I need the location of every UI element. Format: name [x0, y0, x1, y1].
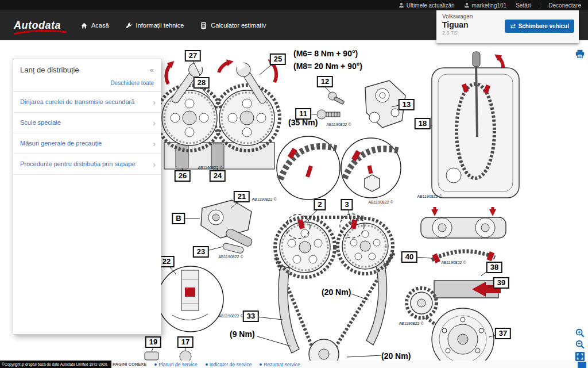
nav-item-home[interactable]: Acasă [80, 22, 109, 29]
user-icon [464, 2, 470, 8]
callout-11: 11 [295, 108, 311, 120]
nav-home-label: Acasă [91, 22, 109, 29]
callout-3: 3 [341, 199, 353, 210]
topbar: Ultimele actualizări marketing101 Setări… [0, 0, 588, 10]
diagram-watermark: AB1190822 © [417, 194, 442, 198]
callout-28: 28 [194, 77, 210, 89]
callout-37: 37 [495, 328, 511, 339]
main-nav: Acasă Informații tehnice Calculator esti… [80, 22, 266, 29]
logout-label: Deconectare [548, 2, 581, 9]
crank-pulley-illustration [432, 308, 494, 368]
swap-icon: ⇄ [510, 22, 515, 30]
autodata-logo[interactable]: Autodata [14, 20, 61, 32]
expand-button[interactable] [574, 351, 586, 362]
copyright-text: ©Copyright și dreptul bază de date Autod… [0, 361, 111, 368]
vehicle-panel: Volkswagen Tiguan 2.0 TSI ⇄ Schimbare ve… [436, 10, 579, 43]
callout-33: 33 [243, 310, 259, 322]
diagram-watermark: AB1190822 © [218, 255, 243, 259]
zoom-in-button[interactable] [574, 327, 586, 339]
change-vehicle-label: Schimbare vehicul [519, 23, 569, 29]
chevron-right-icon: › [153, 140, 156, 147]
diagram-watermark: AB1190822 © [399, 321, 423, 325]
chevron-right-icon: › [153, 98, 156, 106]
printer-icon [575, 49, 585, 59]
callout-18: 18 [415, 118, 431, 129]
footer-link-label: Rezumat service [264, 362, 300, 367]
bullet-icon [154, 363, 157, 366]
chevron-right-icon: › [153, 160, 156, 168]
footer-link-label: Indicator de service [210, 362, 252, 367]
diagram-watermark: AB1190822 © [218, 314, 243, 318]
timing-cover-illustration [432, 52, 519, 198]
fullscreen-icon[interactable] [578, 362, 586, 368]
diagram-watermark: AB1190822 © [441, 260, 466, 264]
callout-2: 2 [314, 199, 326, 210]
callout-27: 27 [185, 50, 201, 62]
sidebar-item-secondary-belt[interactable]: Dirijarea curelei de transmisie secundar… [13, 92, 161, 113]
logo-text: Autodata [14, 20, 61, 31]
print-button[interactable] [574, 48, 586, 60]
footer-link-service-plans[interactable]: Planuri de service [154, 362, 198, 367]
callout-26: 26 [175, 170, 191, 182]
sidebar-item-label: Măsuri generale de precauție [20, 140, 102, 147]
wrench-tools-illustration [168, 57, 270, 106]
nav-item-technical-info[interactable]: Informații tehnice [125, 22, 184, 29]
footer-link-label: Planuri de service [158, 362, 198, 367]
callout-13: 13 [399, 99, 415, 110]
callout-25: 25 [270, 53, 286, 65]
zoom-out-button[interactable] [574, 339, 586, 350]
change-vehicle-button[interactable]: ⇄ Schimbare vehicul [505, 20, 574, 33]
footer-link-service-summary[interactable]: Rezumat service [260, 362, 300, 367]
zoom-in-icon [575, 328, 585, 338]
footer: ©Copyright și dreptul bază de date Autod… [0, 361, 588, 368]
panel-title: Lanț de distribuție [20, 66, 79, 74]
chevron-right-icon: › [153, 119, 156, 126]
diagram-watermark: AB1190822 © [252, 197, 276, 201]
callout-17: 17 [177, 336, 194, 348]
logo-swoosh [13, 30, 68, 35]
latest-updates-label: Ultimele actualizări [407, 2, 455, 9]
related-pages-label: PAGINI CONEXE [113, 362, 146, 367]
wrench-icon [125, 22, 133, 29]
footer-link-service-indicator[interactable]: Indicator de service [206, 362, 252, 367]
vehicle-make: Volkswagen [442, 13, 573, 20]
sidebar-item-label: Dirijarea curelei de transmisie secundar… [20, 98, 134, 105]
callout-40: 40 [401, 251, 417, 263]
user-account-link[interactable]: marketing101 [464, 2, 507, 9]
callout-23: 23 [193, 246, 209, 258]
callout-21: 21 [234, 191, 250, 202]
settings-link[interactable]: Setări [516, 2, 531, 9]
sidebar-item-label: Scule speciale [20, 119, 61, 126]
sidebar-item-precautions[interactable]: Măsuri generale de precauție › [13, 133, 161, 154]
logout-link[interactable]: Deconectare [540, 2, 581, 9]
torque-annotation-20nm-mid: (20 Nm) [322, 288, 351, 297]
sidebar-item-label: Procedurile pentru distribuția prin supa… [20, 160, 136, 167]
bolt-illustrations [317, 92, 345, 119]
diagram-watermark: AB1190822 © [368, 200, 393, 204]
bullet-icon [206, 363, 208, 366]
updates-icon [399, 2, 404, 8]
callout-b: B [172, 213, 185, 224]
calculator-icon [200, 22, 207, 29]
callout-39: 39 [493, 277, 509, 289]
open-all-link[interactable]: Deschidere toate [110, 80, 154, 86]
nav-tech-label: Informații tehnice [136, 22, 184, 29]
toc-panel: Lanț de distribuție « Deschidere toate D… [13, 59, 161, 335]
sidebar-item-special-tools[interactable]: Scule speciale › [13, 113, 161, 133]
diagram-watermark: AB1190822 © [198, 166, 222, 170]
sidebar-item-valve-timing-procedures[interactable]: Procedurile pentru distribuția prin supa… [13, 154, 161, 175]
callout-12: 12 [317, 76, 333, 87]
cam-sprockets-illustration [157, 85, 280, 169]
username-label: marketing101 [472, 2, 507, 9]
torque-annotation-20nm-bot: (20 Nm) [381, 351, 411, 361]
chain-detail-left [277, 136, 340, 200]
callout-24: 24 [210, 170, 226, 182]
collapse-panel-icon[interactable]: « [150, 66, 154, 74]
bullet-icon [260, 363, 262, 366]
latest-updates-link[interactable]: Ultimele actualizări [399, 2, 455, 9]
torque-annotation-m6: (M6= 8 Nm + 90°) [293, 49, 358, 58]
chain-detail-right [341, 138, 401, 198]
torque-annotation-9nm: (9 Nm) [230, 329, 255, 339]
nav-item-estimate-calculator[interactable]: Calculator estimativ [200, 22, 266, 29]
expand-icon [575, 351, 585, 362]
